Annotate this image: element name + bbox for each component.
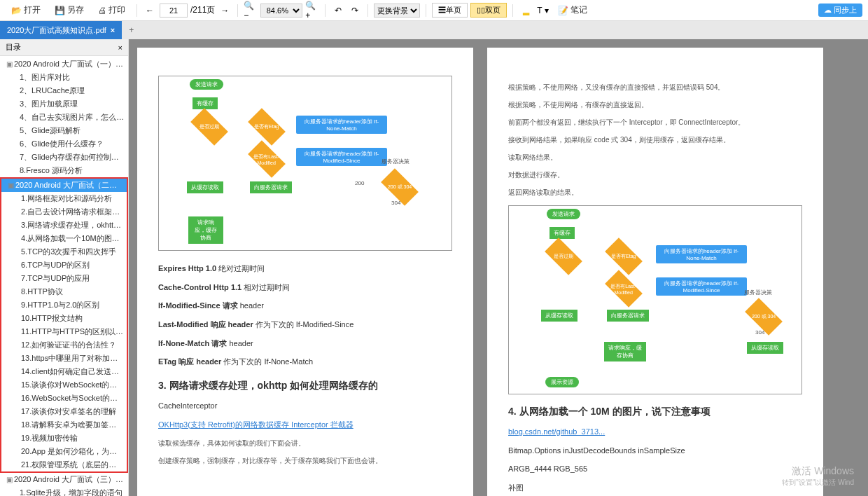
outline-item[interactable]: 12.如何验证证书的合法性？ [1, 338, 127, 352]
print-button[interactable]: 🖨打印 [92, 2, 131, 18]
outline-item[interactable]: 5.TCP的3次握手和四次挥手 [1, 245, 127, 259]
page-number-input[interactable] [160, 4, 188, 18]
outline-section[interactable]: ▣2020 Android 大厂面试（三）数据库 含 [0, 473, 128, 486]
flow-start: 发送请求 [190, 79, 223, 90]
outline-item[interactable]: 11.HTTP与HTTPS的区别以及如何实现 [1, 325, 127, 338]
pdf-page-left: 发送请求 有缓存 是否过期 是否有Etag 向服务器请求的header添加 If… [137, 48, 473, 496]
body-text: CacheInterceptor [158, 399, 452, 413]
outline-item[interactable]: 15.谈谈你对WebSocket的理解 [1, 378, 127, 392]
outline-item[interactable]: 19.视频加密传输 [1, 432, 127, 445]
outline-item[interactable]: 8.HTTP协议 [1, 285, 127, 298]
sidebar-close-button[interactable]: × [118, 43, 122, 52]
flow-etag-diamond: 是否有Etag [248, 108, 286, 146]
outline-item[interactable]: 7、Glide内存缓存如何控制大小？ [0, 151, 128, 164]
outline-sidebar: 目录 × ▣2020 Android 大厂面试（一）图片 含 答1、图片库对比2… [0, 39, 129, 496]
policy-line: 返回网络读取的结果。 [508, 186, 802, 198]
document-tab[interactable]: 2020大厂面试高频知识点.pdf × [0, 21, 122, 39]
double-page-button[interactable]: ▯▯双页 [470, 3, 507, 18]
flow-label-server: 服务器决策 [744, 289, 772, 296]
outline-item[interactable]: 21.权限管理系统（底层的权限是如何 [1, 458, 127, 471]
zoom-out-button[interactable]: 🔍− [244, 4, 258, 18]
flow-start: 发送请求 [547, 209, 580, 219]
policy-line: 接收到网络结果，如果响应 code 式 304，则使用缓存，返回缓存结果。 [508, 134, 802, 146]
outline-item[interactable]: 17.谈谈你对安卓签名的理解 [1, 405, 127, 418]
text-tool[interactable]: T ▾ [536, 4, 550, 18]
page-viewport[interactable]: 发送请求 有缓存 是否过期 是否有Etag 向服务器请求的header添加 If… [129, 39, 868, 496]
flow-success: 请求响应，缓存协商 [604, 342, 646, 361]
outline-item[interactable]: 2、LRUCache原理 [0, 84, 128, 97]
open-button[interactable]: 📂打开 [6, 2, 46, 18]
outline-item[interactable]: 4、自己去实现图片库，怎么做？ [0, 111, 128, 124]
outline-item[interactable]: 1.Sqlite升级，增加字段的语句 [0, 486, 128, 496]
sidebar-title: 目录 [6, 42, 21, 53]
outline-item[interactable]: 2.自己去设计网络请求框架，怎么做？ [1, 205, 127, 219]
flow-label-server: 服务器决策 [382, 158, 410, 165]
outline-item[interactable]: 9.HTTP1.0与2.0的区别 [1, 298, 127, 312]
link-csdn[interactable]: blog.csdn.net/github_3713... [508, 427, 605, 436]
outline-item[interactable]: 6.TCP与UDP的区别 [1, 259, 127, 272]
save-icon: 💾 [55, 6, 65, 15]
flow-req-lastmod: 向服务器请求的header添加 If-Modified-Since [296, 148, 387, 166]
outline-item[interactable]: 3.网络请求缓存处理，okhttp如何处理 [1, 219, 127, 232]
flow-req-etag: 向服务器请求的header添加 If-None-Match [656, 245, 747, 263]
flow-from-cache-2: 从缓存读取 [747, 342, 783, 354]
policy-line: 根据策略，不使用网络，又没有缓存的直接报错，并返回错误码 504。 [508, 81, 802, 93]
body-note: 读取候选缓存，具体如何读取的我们下面会讲。 [158, 437, 452, 449]
flow-label-304: 304 [391, 200, 400, 206]
outline-item[interactable]: 18.请解释安卓为啥要加签名机制？ [1, 418, 127, 432]
outline-tree: ▣2020 Android 大厂面试（一）图片 含 答1、图片库对比2、LRUC… [0, 56, 128, 496]
link-okhttp[interactable]: OKHttp3(支持 Retrofit)的网络数据缓存 Interceptor … [158, 420, 354, 429]
outline-item[interactable]: 20.App 是如何沙箱化，为什么要这么 [1, 445, 127, 458]
outline-section[interactable]: ▣2020 Android 大厂面试（一）图片 含 答 [0, 57, 128, 71]
cloud-sync-button[interactable]: ☁ 同步上 [818, 4, 862, 17]
notes-icon: 📝 [558, 6, 568, 15]
flow-cache: 有缓存 [192, 97, 218, 109]
main-toolbar: 📂打开 💾另存 🖨打印 ← /211页 → 🔍− 84.6% 🔍+ ↶ ↷ 更换… [0, 0, 868, 21]
outline-item[interactable]: 1.网络框架对比和源码分析 [1, 192, 127, 205]
outline-item[interactable]: 16.WebSocket与Socket的区别 [1, 392, 127, 405]
outline-item[interactable]: 14.client如何确定自己发送的消息被se [1, 365, 127, 378]
save-button[interactable]: 💾另存 [49, 2, 90, 18]
body-text: ARGB_4444 RGB_565 [508, 462, 802, 476]
single-page-button[interactable]: ☰单页 [432, 3, 468, 18]
outline-item[interactable]: 1、图片库对比 [0, 71, 128, 84]
prev-page-button[interactable]: ← [143, 4, 157, 18]
flow-lastmod-diamond: 是否有Last-Modified [248, 140, 286, 178]
next-page-button[interactable]: → [218, 4, 232, 18]
outline-item[interactable]: 10.HTTP报文结构 [1, 312, 127, 325]
close-tab-button[interactable]: × [111, 26, 115, 34]
outline-item[interactable]: 13.https中哪里用了对称加密，哪里用 [1, 352, 127, 365]
policy-line: 前面两个都没有返回，继续执行下一个 Interceptor，即 ConnectI… [508, 116, 802, 128]
outline-item[interactable]: 3、图片加载原理 [0, 97, 128, 111]
outline-item[interactable]: 4.从网络加载一个10M的图片，说下注 [1, 232, 127, 245]
separator [325, 4, 326, 17]
notes-button[interactable]: 📝笔记 [552, 2, 593, 18]
separator [237, 4, 238, 17]
separator [368, 4, 368, 17]
outline-section[interactable]: ▣2020 Android 大厂面试（二）网络和安全 [1, 179, 127, 192]
background-select[interactable]: 更换背景 [374, 4, 420, 18]
redo-button[interactable]: ↷ [348, 4, 362, 18]
outline-item[interactable]: 6、Glide使用什么缓存？ [0, 137, 128, 151]
heading-3: 3. 网络请求缓存处理，okhttp 如何处理网络缓存的 [158, 380, 452, 392]
windows-activation-watermark: 激活 Windows 转到"设置"以激活 Wind [782, 465, 854, 488]
outline-item[interactable]: 7.TCP与UDP的应用 [1, 272, 127, 285]
undo-button[interactable]: ↶ [331, 4, 345, 18]
flow-label-304: 304 [755, 329, 764, 336]
outline-item[interactable]: 8.Fresco 源码分析 [0, 164, 128, 177]
flow-filter-diamond: 是否过期 [545, 237, 582, 275]
zoom-select[interactable]: 84.6% [260, 4, 302, 18]
policy-line: 对数据进行缓存。 [508, 169, 802, 181]
highlight-tool[interactable]: ▂ [519, 4, 533, 18]
flow-req-etag: 向服务器请求的header添加 If-None-Match [296, 116, 387, 134]
tab-label: 2020大厂面试高频知识点.pdf [7, 25, 106, 36]
body-line: Cache-Control Http 1.1 相对过期时间 [158, 281, 452, 294]
flow-filter-diamond: 是否过期 [190, 108, 228, 146]
body-line: If-None-Match 请求 header [158, 337, 452, 350]
outline-item[interactable]: 5、Glide源码解析 [0, 124, 128, 137]
zoom-in-button[interactable]: 🔍+ [305, 4, 319, 18]
add-tab-button[interactable]: + [122, 22, 141, 38]
body-note: 创建缓存策略，强制缓存，对比缓存等，关于缓存策略我们下面也会讲。 [158, 455, 452, 467]
separator [512, 4, 513, 17]
tab-bar: 2020大厂面试高频知识点.pdf × + [0, 21, 868, 39]
